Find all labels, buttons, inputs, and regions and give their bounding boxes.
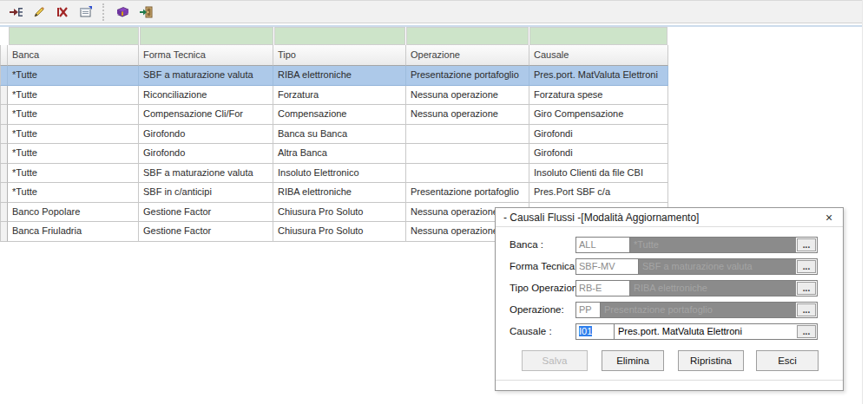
causale-field-group: I01 Pres.port. MatValuta Elettroni ... xyxy=(575,323,818,340)
edit-pencil-icon xyxy=(32,5,46,19)
cell-tipo: Insoluto Elettronico xyxy=(273,164,406,184)
table-row[interactable]: *Tutte Compensazione Cli/For Compensazio… xyxy=(0,105,668,125)
row-selector[interactable] xyxy=(0,203,8,223)
cell-causale: Pres.port. MatValuta Elettroni xyxy=(529,66,668,86)
row-selector[interactable] xyxy=(0,66,8,86)
cell-banca: *Tutte xyxy=(8,183,139,203)
filter-cell-causale[interactable] xyxy=(529,27,667,45)
properties-form-icon xyxy=(79,5,93,19)
cell-tipo: Altra Banca xyxy=(273,144,406,164)
cell-banca: *Tutte xyxy=(8,66,139,86)
tipo-operazione-field-group: RB-E RIBA elettroniche ... xyxy=(575,280,818,296)
forma-tecnica-browse-button[interactable]: ... xyxy=(797,260,816,273)
causale-code-input[interactable]: I01 xyxy=(576,324,615,339)
toolbar-separator xyxy=(102,3,107,21)
banca-field-group: ALL *Tutte ... xyxy=(575,237,818,253)
cell-forma-tecnica: SBF in c/anticipi xyxy=(139,183,273,203)
cell-forma-tecnica: Compensazione Cli/For xyxy=(139,105,273,125)
cell-causale: Giro Compensazione xyxy=(529,105,668,125)
column-header-banca[interactable]: Banca xyxy=(8,45,139,66)
table-row[interactable]: *Tutte Girofondo Altra Banca Girofondi xyxy=(0,144,668,164)
elimina-button[interactable]: Elimina xyxy=(602,350,664,371)
causale-browse-button[interactable]: ... xyxy=(797,325,816,338)
cell-forma-tecnica: Riconciliazione xyxy=(139,86,273,106)
cell-tipo: RIBA elettroniche xyxy=(273,183,406,203)
cell-operazione: Nessuna operazione xyxy=(406,86,529,106)
banca-browse-button[interactable]: ... xyxy=(797,238,816,251)
cell-forma-tecnica: SBF a maturazione valuta xyxy=(139,164,273,184)
operazione-field-group: PP Presentazione portafoglio ... xyxy=(575,302,818,318)
cell-operazione xyxy=(406,164,529,184)
close-icon: × xyxy=(825,211,832,225)
banca-code-input[interactable]: ALL xyxy=(576,238,630,252)
row-selector[interactable] xyxy=(0,183,8,203)
tipo-operazione-browse-button[interactable]: ... xyxy=(797,282,816,295)
filter-cell-forma-tecnica[interactable] xyxy=(140,27,273,45)
cell-banca: *Tutte xyxy=(8,86,139,106)
filter-cell-tipo[interactable] xyxy=(274,27,406,45)
help-button[interactable] xyxy=(112,3,133,22)
table-row[interactable]: *Tutte SBF in c/anticipi RIBA elettronic… xyxy=(0,183,668,203)
dialog-footer-divider xyxy=(496,380,843,381)
salva-button[interactable]: Salva xyxy=(522,350,588,371)
table-row[interactable]: *Tutte Girofondo Banca su Banca Girofond… xyxy=(0,125,668,145)
app-window: { "toolbar": { "browse_label": "...", "c… xyxy=(0,0,868,404)
cell-causale: Insoluto Clienti da file CBI xyxy=(529,164,668,184)
insert-record-button[interactable] xyxy=(5,3,26,22)
cell-operazione: Nessuna operazione xyxy=(406,105,529,125)
cell-banca: Banco Popolare xyxy=(8,203,139,223)
tipo-operazione-description: RIBA elettroniche xyxy=(630,281,796,296)
row-selector[interactable] xyxy=(0,144,8,164)
filter-cell-operazione[interactable] xyxy=(406,27,529,45)
filter-row xyxy=(0,27,668,45)
edit-record-button[interactable] xyxy=(29,3,49,22)
delete-x-icon xyxy=(56,5,69,19)
exit-button[interactable] xyxy=(135,3,156,22)
cell-causale: Pres.Port SBF c/a xyxy=(529,183,668,203)
forma-tecnica-code-input[interactable]: SBF-MV xyxy=(576,259,639,274)
selected-text: I01 xyxy=(579,326,592,336)
filter-cell-banca[interactable] xyxy=(9,27,139,45)
row-selector[interactable] xyxy=(0,125,8,145)
cell-forma-tecnica: Gestione Factor xyxy=(139,203,273,223)
tipo-operazione-code-input[interactable]: RB-E xyxy=(576,281,630,296)
cell-banca: *Tutte xyxy=(8,125,139,145)
ripristina-button[interactable]: Ripristina xyxy=(678,350,744,371)
window-right-edge xyxy=(862,0,863,404)
help-book-icon xyxy=(115,5,130,19)
dialog-title: - Causali Flussi -[Modalità Aggiornament… xyxy=(496,208,843,227)
properties-button[interactable] xyxy=(76,3,96,22)
row-selector[interactable] xyxy=(0,222,8,242)
forma-tecnica-description: SBF a maturazione valuta xyxy=(639,259,796,274)
row-selector[interactable] xyxy=(0,105,8,125)
operazione-code-input[interactable]: PP xyxy=(576,303,601,317)
column-header-operazione[interactable]: Operazione xyxy=(406,45,529,66)
cell-causale: Girofondi xyxy=(529,144,668,164)
cell-tipo: Chiusura Pro Soluto xyxy=(273,203,406,223)
table-row[interactable]: *Tutte SBF a maturazione valuta Insoluto… xyxy=(0,164,668,184)
cell-causale: Forzatura spese xyxy=(529,86,668,106)
delete-record-button[interactable] xyxy=(52,3,73,22)
cell-banca: *Tutte xyxy=(8,105,139,125)
row-selector[interactable] xyxy=(0,164,8,184)
cell-forma-tecnica: Gestione Factor xyxy=(139,222,273,242)
table-row[interactable]: *Tutte Riconciliazione Forzatura Nessuna… xyxy=(0,86,668,106)
row-selector[interactable] xyxy=(0,86,8,106)
column-header-causale[interactable]: Causale xyxy=(529,45,668,66)
column-header-tipo[interactable]: Tipo xyxy=(273,45,406,66)
cell-forma-tecnica: SBF a maturazione valuta xyxy=(139,66,273,86)
column-header-forma-tecnica[interactable]: Forma Tecnica xyxy=(139,45,273,66)
header-row: Banca Forma Tecnica Tipo Operazione Caus… xyxy=(0,45,668,66)
cell-operazione: Presentazione portafoglio xyxy=(406,66,529,86)
cell-tipo: RIBA elettroniche xyxy=(273,66,406,86)
causale-description-input[interactable]: Pres.port. MatValuta Elettroni xyxy=(615,324,796,339)
cell-banca: Banca Friuladria xyxy=(8,222,139,242)
banca-description: *Tutte xyxy=(630,238,796,252)
close-button[interactable]: × xyxy=(819,209,838,226)
esci-button[interactable]: Esci xyxy=(756,350,819,371)
exit-door-icon xyxy=(139,5,154,19)
filter-gutter xyxy=(0,27,8,45)
table-row[interactable]: *Tutte SBF a maturazione valuta RIBA ele… xyxy=(0,66,668,86)
operazione-browse-button[interactable]: ... xyxy=(797,303,816,316)
forma-tecnica-field-group: SBF-MV SBF a maturazione valuta ... xyxy=(575,258,818,275)
